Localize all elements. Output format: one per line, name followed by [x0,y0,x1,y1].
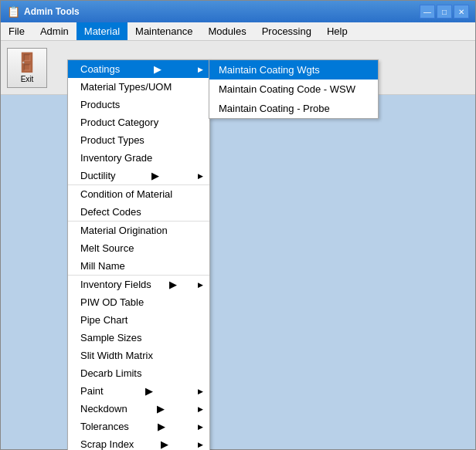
menu-material-types[interactable]: Material Types/UOM [68,78,209,96]
menu-inventory-grade[interactable]: Inventory Grade [68,149,209,167]
coatings-submenu: Maintain Coating Wgts Maintain Coating C… [209,59,379,119]
close-button[interactable]: ✕ [454,5,469,19]
menu-scrap-index[interactable]: Scrap Index ▶ [68,435,209,450]
window-icon: 📋 [7,5,19,18]
title-bar-left: 📋 Admin Tools [7,5,80,18]
material-dropdown-menu: Coatings ▶ Material Types/UOM Products P… [67,59,210,450]
menu-processing[interactable]: Processing [254,22,319,40]
menu-ductility[interactable]: Ductility ▶ [68,167,209,184]
menu-tolerances[interactable]: Tolerances ▶ [68,418,209,435]
menu-material[interactable]: Material [76,22,128,40]
main-content: 🚪 Exit Coatings ▶ Material Types/UOM Pro… [1,41,475,449]
menu-melt-source[interactable]: Melt Source [68,239,209,257]
menu-help[interactable]: Help [319,22,355,40]
submenu-maintain-coating-wgts[interactable]: Maintain Coating Wgts [209,60,378,80]
menu-material-origination[interactable]: Material Origination [68,222,209,239]
menu-section-4: Inventory Fields ▶ PIW OD Table Pipe Cha… [68,276,209,450]
menu-section-1: Coatings ▶ Material Types/UOM Products P… [68,60,209,185]
menu-bar: File Admin Material Maintenance Modules … [1,22,475,41]
menu-inventory-fields[interactable]: Inventory Fields ▶ [68,276,209,293]
exit-button[interactable]: 🚪 Exit [7,48,47,88]
menu-maintenance[interactable]: Maintenance [128,22,200,40]
menu-products[interactable]: Products [68,96,209,113]
menu-section-3: Material Origination Melt Source Mill Na… [68,222,209,276]
menu-section-2: Condition of Material Defect Codes [68,185,209,222]
exit-icon: 🚪 [15,52,39,73]
menu-paint[interactable]: Paint ▶ [68,382,209,400]
submenu-maintain-coating-code-wsw[interactable]: Maintain Coating Code - WSW [209,80,378,99]
menu-defect-codes[interactable]: Defect Codes [68,203,209,221]
menu-sample-sizes[interactable]: Sample Sizes [68,329,209,347]
menu-piw-od-table[interactable]: PIW OD Table [68,293,209,311]
menu-coatings[interactable]: Coatings ▶ [68,60,209,78]
menu-decarb-limits[interactable]: Decarb Limits [68,364,209,382]
menu-modules[interactable]: Modules [201,22,254,40]
exit-label: Exit [21,75,34,83]
menu-product-types[interactable]: Product Types [68,131,209,149]
main-window: 📋 Admin Tools — □ ✕ File Admin Material … [0,0,476,450]
menu-pipe-chart[interactable]: Pipe Chart [68,311,209,329]
menu-neckdown[interactable]: Neckdown ▶ [68,400,209,418]
maximize-button[interactable]: □ [437,5,452,19]
submenu-maintain-coating-probe[interactable]: Maintain Coating - Probe [209,99,378,118]
minimize-button[interactable]: — [420,5,435,19]
window-title: Admin Tools [24,6,80,17]
menu-admin[interactable]: Admin [32,22,76,40]
menu-file[interactable]: File [1,22,32,40]
menu-mill-name[interactable]: Mill Name [68,257,209,275]
menu-product-category[interactable]: Product Category [68,113,209,131]
title-bar: 📋 Admin Tools — □ ✕ [1,1,475,22]
menu-slit-width-matrix[interactable]: Slit Width Matrix [68,347,209,364]
title-bar-controls: — □ ✕ [420,5,469,19]
menu-condition-of-material[interactable]: Condition of Material [68,185,209,203]
